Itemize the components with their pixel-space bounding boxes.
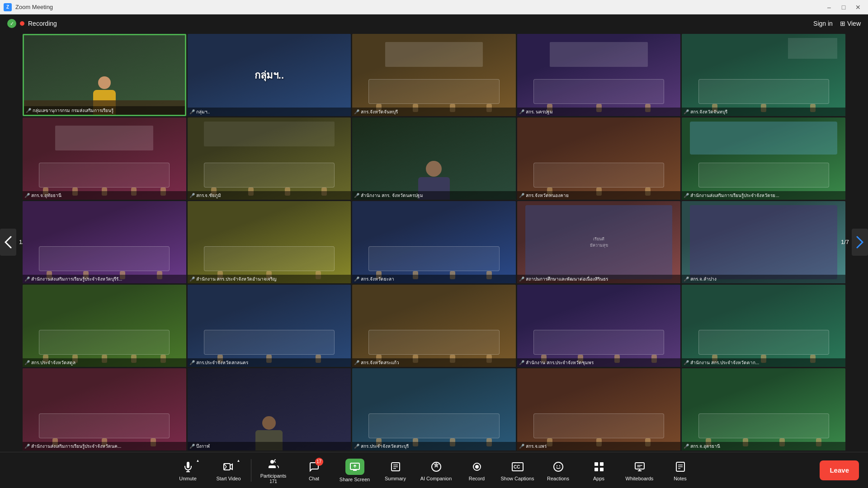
cell-label-18: 🎤 สกร.จังหวัดสระแก้ว [352, 358, 516, 367]
video-cell-24[interactable]: 🎤 สกร.จ.แพร่ [517, 368, 681, 450]
video-cell-22[interactable]: 🎤 บึงกาฬ [188, 368, 351, 450]
show-captions-button[interactable]: CC Show Captions [497, 455, 538, 486]
cell-label-19: 🎤 สำนักงาน สกร.ประจำจังหวัดชุมพร [517, 358, 681, 367]
start-video-button[interactable]: ▲ Start Video [208, 455, 249, 486]
mic-off-icon-14: 🎤 [519, 277, 524, 282]
page-indicator-right: 1/7 [841, 239, 849, 246]
cell-label-9: 🎤 สกร.จังหวัดหนองคาย [517, 191, 681, 200]
unmute-label: Unmute [179, 476, 197, 481]
cell-name-4: สกร. นครปฐม [526, 108, 553, 115]
video-cell-13[interactable]: 🎤 สกร.จังหวัดยะลา [352, 201, 516, 283]
cell-label-14: 🎤 สถาปนการศึกษาและพัฒนาต่อเนื่องสิรินธร [517, 275, 681, 283]
chat-button[interactable]: 17 Chat [294, 455, 335, 486]
svg-rect-22 [600, 468, 604, 471]
video-cell-6[interactable]: 🎤 สกร.จ.อุทัยธานี [23, 117, 186, 200]
mic-off-icon-2: 🎤 [189, 109, 195, 114]
view-button[interactable]: ⊞ View [840, 20, 861, 27]
video-cell-12[interactable]: 🎤 สำนักงาน สกร.ประจำจังหวัดอำนาจเจริญ [188, 201, 351, 283]
thai-overlay-2: กลุ่มฯ.. [255, 67, 284, 83]
whiteboards-button[interactable]: Whiteboards [619, 455, 660, 486]
cell-name-15: สกร.จ.ลำปาง [690, 276, 717, 282]
cell-name-23: สกร.ประจำจังหวัดสระบุรี [361, 443, 409, 450]
video-cell-5[interactable]: 🎤 สกร.จังหวัดจันทบุรี [682, 34, 845, 116]
notes-button[interactable]: Notes [660, 455, 701, 486]
mic-off-icon-18: 🎤 [354, 360, 359, 365]
video-cell-21[interactable]: 🎤 สำนักงานส่งเสริมการเรียนรู้ประจำจังหวั… [23, 368, 186, 450]
cell-label-21: 🎤 สำนักงานส่งเสริมการเรียนรู้ประจำจังหวั… [23, 442, 186, 450]
video-cell-8[interactable]: 🎤 สำนักงาน สกร. จังหวัดนครปฐม [352, 117, 516, 200]
summary-button[interactable]: Summary [375, 455, 416, 486]
apps-button[interactable]: Apps [579, 455, 619, 486]
cell-label-10: 🎤 สำนักงานส่งเสริมการเรียนรู้ประจำจังหวั… [682, 191, 845, 200]
app-icon: Z [4, 3, 12, 11]
mic-off-icon-24: 🎤 [519, 444, 524, 449]
video-cell-4[interactable]: 🎤 สกร. นครปฐม [517, 34, 681, 116]
video-cell-20[interactable]: 🎤 สำนักงาน สกร.ประจำจังหวัดตาก... [682, 285, 845, 367]
video-cell-23[interactable]: 🎤 สกร.ประจำจังหวัดสระบุรี [352, 368, 516, 450]
record-label: Record [469, 476, 485, 481]
video-cell-10[interactable]: 🎤 สำนักงานส่งเสริมการเรียนรู้ประจำจังหวั… [682, 117, 845, 200]
video-cell-18[interactable]: 🎤 สกร.จังหวัดสระแก้ว [352, 285, 516, 367]
video-cell-16[interactable]: 🎤 สกร.ประจำจังหวัดสตูล [23, 285, 186, 367]
record-icon [470, 460, 484, 474]
separator-1 [251, 459, 251, 482]
ai-companion-label: AI Companion [420, 476, 452, 481]
cell-label-6: 🎤 สกร.จ.อุทัยธานี [23, 191, 186, 200]
mic-off-icon-10: 🎤 [684, 193, 689, 198]
mic-off-icon-21: 🎤 [24, 444, 30, 449]
cell-label-4: 🎤 สกร. นครปฐม [517, 108, 681, 116]
record-button[interactable]: Record [457, 455, 497, 486]
sign-in-button[interactable]: Sign in [813, 20, 833, 27]
shield-icon: ✓ [7, 19, 16, 28]
cell-label-17: 🎤 สกร.ประจำจังหวัดสกลนคร [188, 358, 351, 367]
title-bar: Z Zoom Meeting – □ ✕ [0, 0, 868, 14]
cell-name-19: สำนักงาน สกร.ประจำจังหวัดชุมพร [526, 359, 594, 366]
mic-off-icon-9: 🎤 [519, 193, 524, 198]
minimize-button[interactable]: – [823, 3, 835, 12]
whiteboards-icon [632, 460, 647, 474]
previous-page-button[interactable] [0, 229, 16, 256]
ai-companion-button[interactable]: AI Companion [416, 455, 457, 486]
video-cell-2[interactable]: กลุ่มฯ.. 🎤 กลุ่มฯ.. [188, 34, 351, 116]
participants-icon [266, 457, 281, 471]
cell-label-22: 🎤 บึงกาฬ [188, 442, 351, 450]
mic-off-icon-7: 🎤 [189, 193, 195, 198]
svg-rect-23 [635, 463, 644, 469]
mic-off-icon-12: 🎤 [189, 277, 195, 282]
show-captions-icon: CC [510, 460, 525, 474]
share-screen-button[interactable]: Share Screen [335, 455, 375, 486]
reactions-button[interactable]: Reactions [538, 455, 579, 486]
video-cell-9[interactable]: 🎤 สกร.จังหวัดหนองคาย [517, 117, 681, 200]
video-cell-3[interactable]: 🎤 สกร.จังหวัดจันทบุรี [352, 34, 516, 116]
window-controls[interactable]: – □ ✕ [823, 3, 864, 12]
ai-companion-icon [429, 460, 443, 474]
leave-button[interactable]: Leave [820, 460, 859, 480]
video-cell-1[interactable]: 🎤 กลุ่มเลขานุการกรม กรมส่งเสริมการเรียนร… [23, 34, 186, 116]
cell-label-16: 🎤 สกร.ประจำจังหวัดสตูล [23, 358, 186, 367]
video-cell-7[interactable]: 🎤 สกร.จ.ชัยภูมิ [188, 117, 351, 200]
video-cell-11[interactable]: 🎤 สำนักงานส่งเสริมการเรียนรู้ประจำจังหวั… [23, 201, 186, 283]
unmute-button[interactable]: ▲ Unmute [168, 455, 208, 486]
main-content: 1/7 🎤 กลุ่มเลขานุการกรม กรมส่งเสริมการเร… [0, 33, 868, 452]
cell-label-11: 🎤 สำนักงานส่งเสริมการเรียนรู้ประจำจังหวั… [23, 275, 186, 283]
video-cell-15[interactable]: 🎤 สกร.จ.ลำปาง [682, 201, 845, 283]
maximize-button[interactable]: □ [837, 3, 850, 12]
video-cell-14[interactable]: เรียนดีมีความสุข 🎤 สถาปนการศึกษาและพัฒนา… [517, 201, 681, 283]
cell-name-14: สถาปนการศึกษาและพัฒนาต่อเนื่องสิรินธร [526, 276, 608, 282]
reactions-icon [551, 460, 566, 474]
cell-name-13: สกร.จังหวัดยะลา [361, 276, 394, 282]
next-page-button[interactable] [852, 229, 868, 256]
svg-point-18 [559, 465, 560, 466]
apps-label: Apps [593, 476, 604, 481]
close-button[interactable]: ✕ [852, 3, 864, 12]
cell-name-11: สำนักงานส่งเสริมการเรียนรู้ประจำจังหวัดบ… [31, 276, 122, 282]
mic-off-icon-23: 🎤 [354, 444, 359, 449]
video-cell-19[interactable]: 🎤 สำนักงาน สกร.ประจำจังหวัดชุมพร [517, 285, 681, 367]
recording-label: Recording [28, 20, 57, 27]
video-cell-25[interactable]: 🎤 สกร.จ.อุดรธานี [682, 368, 845, 450]
summary-icon [388, 460, 403, 474]
video-cell-17[interactable]: 🎤 สกร.ประจำจังหวัดสกลนคร [188, 285, 351, 367]
cell-label-24: 🎤 สกร.จ.แพร่ [517, 442, 681, 450]
mic-off-icon-5: 🎤 [684, 109, 689, 114]
participants-button[interactable]: Participants171 [253, 455, 294, 486]
